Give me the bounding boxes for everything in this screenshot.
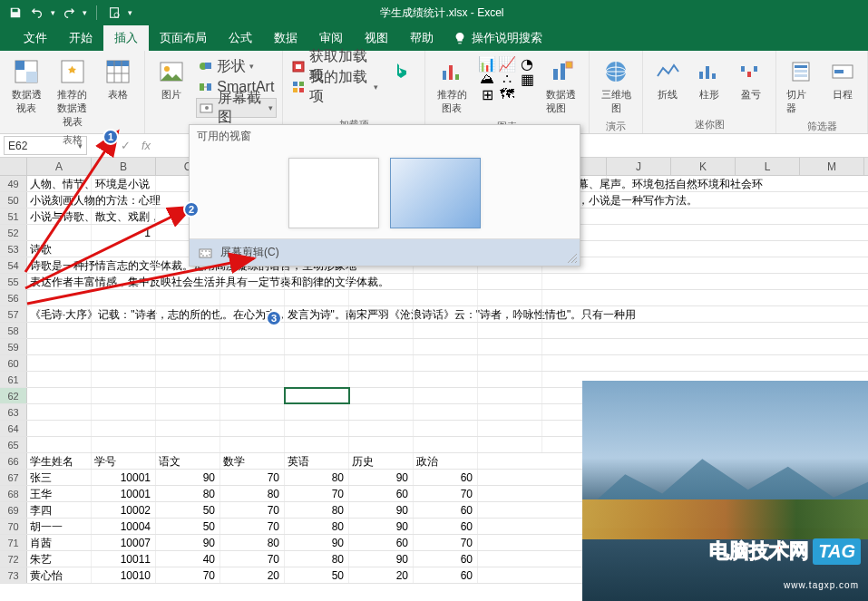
undo-icon[interactable] (29, 5, 45, 21)
cell[interactable] (27, 421, 92, 436)
cell[interactable] (92, 404, 156, 420)
tab-help[interactable]: 帮助 (399, 25, 444, 51)
cell[interactable] (349, 339, 414, 354)
row-head[interactable]: 53 (0, 241, 27, 257)
sparkline-column-button[interactable]: 柱形 (690, 54, 728, 116)
cell[interactable]: 90 (349, 470, 414, 485)
cell[interactable] (349, 437, 414, 452)
cell[interactable]: 小说刻画人物的方法：心理 (27, 192, 92, 208)
cell[interactable]: 王华 (27, 486, 92, 501)
pictures-button[interactable]: 图片 (151, 54, 192, 118)
cell[interactable]: 10004 (92, 519, 156, 534)
table-button[interactable]: 表格 (97, 54, 139, 131)
cell[interactable]: 朱艺 (27, 551, 92, 567)
cell[interactable] (92, 339, 156, 354)
cell[interactable] (220, 372, 285, 387)
redo-dropdown-icon[interactable]: ▾ (83, 8, 87, 17)
cell[interactable] (349, 421, 414, 436)
cell[interactable]: 表达作者丰富情感，集中反映社会生活并具有一定节奏和韵律的文学体裁。 (27, 274, 92, 289)
cell[interactable] (478, 437, 542, 452)
bar-chart-icon[interactable]: 📊 (480, 56, 494, 71)
cell[interactable] (156, 404, 220, 420)
cell[interactable] (285, 339, 349, 354)
cell[interactable] (220, 388, 285, 403)
cell[interactable] (478, 404, 542, 420)
cell[interactable] (220, 274, 285, 289)
screenshot-button[interactable]: 屏幕截图▾ (196, 98, 277, 118)
cell[interactable]: 70 (285, 486, 349, 501)
cell[interactable] (349, 323, 414, 338)
col-head-l[interactable]: L (736, 158, 800, 175)
cell[interactable] (92, 372, 156, 387)
cell[interactable] (220, 290, 285, 305)
cell[interactable]: 《毛诗·大序》记载："诗者，志的所的也。在心为志，发言为诗"。南宋严羽《沧浪诗话… (27, 306, 92, 322)
cell[interactable]: 70 (414, 486, 478, 501)
cell[interactable]: 80 (285, 519, 349, 534)
cell[interactable]: 10011 (92, 551, 156, 567)
row-head[interactable]: 65 (0, 437, 27, 452)
tab-data[interactable]: 数据 (263, 25, 308, 51)
cell[interactable] (220, 355, 285, 371)
cell[interactable] (156, 388, 220, 403)
cell[interactable] (92, 241, 156, 257)
select-all-corner[interactable] (0, 158, 27, 175)
cell[interactable] (27, 404, 92, 420)
undo-dropdown-icon[interactable]: ▾ (51, 8, 55, 17)
cell[interactable] (27, 355, 92, 371)
col-head-a[interactable]: A (27, 158, 92, 175)
cell[interactable]: 80 (156, 486, 220, 501)
row-head[interactable]: 52 (0, 225, 27, 240)
cell[interactable]: 90 (156, 535, 220, 550)
cell[interactable]: 李四 (27, 502, 92, 518)
recommended-charts-button[interactable]: 推荐的 图表 (431, 54, 473, 118)
row-head[interactable]: 72 (0, 551, 27, 567)
hierarchy-chart-icon[interactable]: ▦ (520, 72, 534, 86)
fx-icon[interactable]: fx (141, 139, 151, 152)
cell[interactable]: 语文 (156, 453, 220, 469)
cell[interactable]: 70 (156, 567, 220, 583)
cell[interactable] (285, 421, 349, 436)
col-head-j[interactable]: J (607, 158, 671, 175)
cell[interactable]: 80 (220, 486, 285, 501)
cell[interactable] (27, 323, 92, 338)
row-head[interactable]: 49 (0, 176, 27, 191)
row-head[interactable]: 59 (0, 339, 27, 354)
tab-page-layout[interactable]: 页面布局 (149, 25, 218, 51)
row-head[interactable]: 67 (0, 470, 27, 485)
combo-chart-icon[interactable]: ⊞ (480, 87, 494, 102)
row-head[interactable]: 57 (0, 306, 27, 322)
cell[interactable] (478, 290, 542, 305)
row-head[interactable]: 69 (0, 502, 27, 518)
cell[interactable] (414, 372, 478, 387)
cell[interactable]: 80 (220, 535, 285, 550)
cell[interactable]: 英语 (285, 453, 349, 469)
cell[interactable]: 90 (349, 551, 414, 567)
cell[interactable]: 10001 (92, 486, 156, 501)
tab-formulas[interactable]: 公式 (218, 25, 263, 51)
cell[interactable]: 70 (220, 502, 285, 518)
cell[interactable]: 黄心怡 (27, 567, 92, 583)
cell[interactable] (478, 355, 542, 371)
sparkline-winloss-button[interactable]: 盈亏 (732, 54, 770, 116)
cell[interactable] (27, 225, 92, 240)
cell[interactable]: 90 (156, 470, 220, 485)
row-head[interactable]: 60 (0, 355, 27, 371)
scatter-chart-icon[interactable]: ∴ (500, 72, 514, 86)
cell[interactable] (478, 339, 542, 354)
my-addins-button[interactable]: 我的加载项▾ (288, 77, 380, 97)
cell[interactable] (27, 339, 92, 354)
pivot-table-button[interactable]: 数据透 视表 (5, 54, 47, 131)
cell[interactable] (478, 306, 542, 322)
cell[interactable] (285, 306, 349, 322)
cell[interactable]: 60 (414, 519, 478, 534)
cell[interactable] (349, 372, 414, 387)
area-chart-icon[interactable]: ⛰ (480, 72, 494, 86)
cell[interactable]: 70 (414, 535, 478, 550)
cell[interactable] (27, 437, 92, 452)
row-56[interactable]: 56 (0, 290, 868, 306)
cell[interactable] (92, 176, 156, 191)
cell[interactable]: 数学 (220, 453, 285, 469)
cell[interactable] (92, 208, 156, 224)
cell[interactable] (156, 355, 220, 371)
cell[interactable]: 40 (156, 551, 220, 567)
